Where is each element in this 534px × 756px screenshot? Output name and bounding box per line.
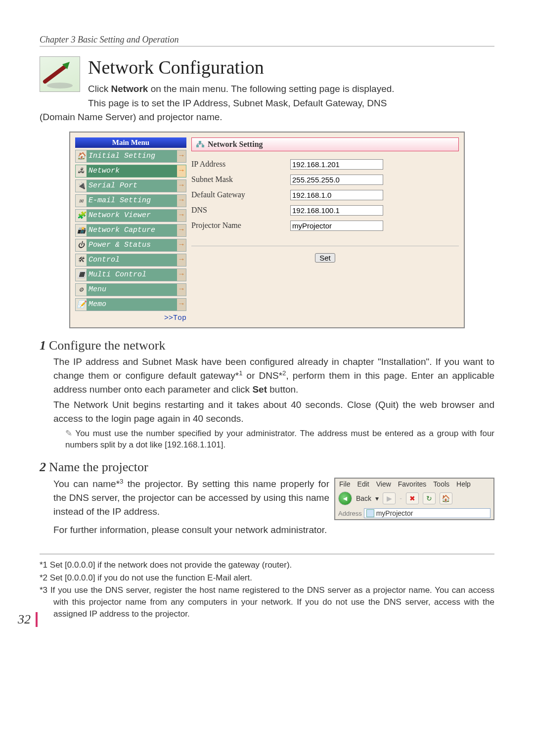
text: on the main menu. The following setting … <box>148 84 394 94</box>
arrow-icon: → <box>177 165 186 177</box>
keyword-network: Network <box>111 84 148 94</box>
address-input[interactable]: myProjector <box>364 508 490 518</box>
dns-input[interactable] <box>290 205 383 216</box>
footnote-1: *1 Set [0.0.0.0] if the network does not… <box>40 559 494 571</box>
menu-item-memo[interactable]: 📝Memo→ <box>75 298 186 311</box>
footnote-3: *3 If you use the DNS server, register t… <box>40 584 494 620</box>
browser-menu-tools[interactable]: Tools <box>433 480 449 488</box>
step2-heading: 2Name the projector <box>40 460 494 475</box>
address-value: myProjector <box>376 509 413 517</box>
menu-item-icon: 🧩 <box>76 210 87 221</box>
menu-item-icon: 📸 <box>76 225 87 236</box>
menu-item-network-viewer[interactable]: 🧩Network Viewer→ <box>75 209 186 222</box>
browser-menu-file[interactable]: File <box>339 480 351 488</box>
browser-menu-help[interactable]: Help <box>456 480 471 488</box>
main-menu: Main Menu 🏠Initial Setting→🖧Network→🔌Ser… <box>75 137 186 322</box>
browser-menu-bar: FileEditViewFavoritesToolsHelp <box>335 479 493 489</box>
refresh-button[interactable]: ↻ <box>423 492 436 504</box>
chapter-heading: Chapter 3 Basic Setting and Operation <box>40 35 494 46</box>
menu-item-label: Menu <box>87 284 177 296</box>
gateway-input[interactable] <box>290 190 383 200</box>
dns-label: DNS <box>191 206 290 215</box>
network-icon <box>196 140 205 149</box>
menu-item-label: Control <box>87 254 177 266</box>
menu-item-icon: 🏠 <box>76 151 87 162</box>
step2-p2: For further information, please consult … <box>53 523 494 537</box>
arrow-icon: → <box>177 284 186 296</box>
page-icon <box>366 509 374 517</box>
back-button[interactable]: ◄ <box>338 491 352 505</box>
mask-label: Subnet Mask <box>191 175 290 184</box>
svg-rect-3 <box>199 141 201 143</box>
menu-item-icon: 🔌 <box>76 180 87 191</box>
menu-item-multi-control[interactable]: 🔳Multi Control→ <box>75 268 186 281</box>
menu-item-menu[interactable]: ⚙Menu→ <box>75 283 186 296</box>
address-label: Address <box>338 510 362 517</box>
top-link[interactable]: >>Top <box>75 314 186 322</box>
dropdown-icon[interactable]: ▾ <box>375 494 379 502</box>
field-mask: Subnet Mask <box>191 175 459 185</box>
menu-item-label: Network <box>87 165 177 177</box>
browser-menu-edit[interactable]: Edit <box>357 480 369 488</box>
ip-input[interactable] <box>290 159 383 170</box>
field-ip: IP Address <box>191 159 459 170</box>
page-number: 32 <box>18 612 38 627</box>
settings-panel-header: Network Setting <box>191 137 459 151</box>
field-dns: DNS <box>191 205 459 216</box>
arrow-icon: → <box>177 269 186 281</box>
step1-heading: 1Configure the network <box>40 338 494 353</box>
browser-menu-view[interactable]: View <box>376 480 391 488</box>
menu-item-label: Multi Control <box>87 269 177 281</box>
forward-button[interactable]: ▶ <box>383 492 396 504</box>
arrow-icon: → <box>177 239 186 251</box>
menu-item-label: Network Viewer <box>87 210 177 222</box>
settings-screenshot: Main Menu 🏠Initial Setting→🖧Network→🔌Ser… <box>69 132 465 328</box>
menu-item-e-mail-setting[interactable]: ✉E-mail Setting→ <box>75 194 186 207</box>
svg-rect-1 <box>196 145 199 147</box>
browser-toolbar: ◄ Back ▾ ▶ - ✖ ↻ 🏠 <box>335 489 493 507</box>
set-button[interactable]: Set <box>315 253 335 263</box>
menu-item-label: Initial Setting <box>87 150 177 162</box>
menu-item-icon: 🛠 <box>76 255 87 266</box>
arrow-icon: → <box>177 180 186 192</box>
step1-p1: The IP address and Subnet Mask have been… <box>53 355 494 397</box>
arrow-icon: → <box>177 195 186 207</box>
stop-button[interactable]: ✖ <box>406 492 419 504</box>
field-gateway: Default Gateway <box>191 190 459 200</box>
step1-p2: The Network Unit begins restarting and i… <box>53 398 494 425</box>
step1-number: 1 <box>40 338 46 353</box>
menu-item-control[interactable]: 🛠Control→ <box>75 254 186 267</box>
intro-line-1: Click Network on the main menu. The foll… <box>88 82 494 96</box>
arrow-icon: → <box>177 210 186 222</box>
home-button[interactable]: 🏠 <box>440 492 452 504</box>
menu-item-icon: ⚙ <box>76 284 87 295</box>
mask-input[interactable] <box>290 175 383 185</box>
settings-panel-title: Network Setting <box>208 140 263 149</box>
menu-item-serial-port[interactable]: 🔌Serial Port→ <box>75 179 186 192</box>
step2-title: Name the projector <box>49 460 148 474</box>
menu-item-initial-setting[interactable]: 🏠Initial Setting→ <box>75 150 186 163</box>
menu-item-network[interactable]: 🖧Network→ <box>75 165 186 178</box>
menu-item-power-status[interactable]: ⏻Power & Status→ <box>75 239 186 252</box>
page-title: Network Configuration <box>88 56 494 78</box>
menu-item-label: Power & Status <box>87 239 177 251</box>
menu-item-label: E-mail Setting <box>87 195 177 207</box>
menu-item-network-capture[interactable]: 📸Network Capture→ <box>75 224 186 237</box>
menu-item-icon: ✉ <box>76 195 87 206</box>
arrow-icon: → <box>177 299 186 311</box>
menu-item-icon: ⏻ <box>76 240 87 251</box>
svg-rect-2 <box>202 145 204 147</box>
svg-point-0 <box>47 83 73 89</box>
menu-item-icon: 📝 <box>76 299 87 310</box>
browser-menu-favorites[interactable]: Favorites <box>398 480 427 488</box>
step1-note: You must use the number specified by you… <box>65 428 494 451</box>
gateway-label: Default Gateway <box>191 190 290 199</box>
projector-name-input[interactable] <box>290 221 383 231</box>
step1-title: Configure the network <box>49 338 165 353</box>
menu-item-label: Serial Port <box>87 180 177 192</box>
step2-number: 2 <box>40 460 46 474</box>
field-projector-name: Projector Name <box>191 221 459 231</box>
arrow-icon: → <box>177 254 186 266</box>
arrow-icon: → <box>177 224 186 236</box>
menu-item-label: Memo <box>87 299 177 311</box>
